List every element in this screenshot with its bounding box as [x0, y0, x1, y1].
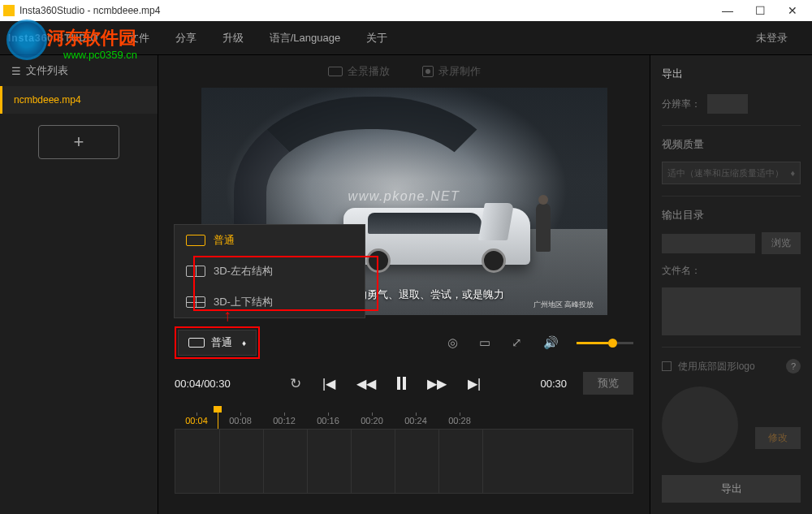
loop-button[interactable]: ↻ [290, 375, 301, 392]
modify-button[interactable]: 修改 [755, 427, 801, 449]
flat-view-icon[interactable]: ▭ [479, 335, 490, 350]
menu-about[interactable]: 关于 [366, 31, 387, 45]
preview-button[interactable]: 预览 [583, 372, 633, 395]
tb-icon [186, 296, 205, 308]
panorama-icon [328, 67, 343, 76]
filename-input[interactable] [662, 287, 801, 335]
menu-language[interactable]: 语言/Language [270, 31, 340, 45]
annotation-highlight-2: 普通 ♦ [175, 326, 260, 359]
timeline-tick[interactable]: 00:20 [350, 416, 394, 425]
sidebar: ☰ 文件列表 ncmbdeee.mp4 + [0, 55, 158, 514]
menu-upgrade[interactable]: 升级 [222, 31, 244, 45]
volume-slider[interactable] [577, 342, 633, 344]
playback-controls: 00:04/00:30 ↻ |◀ ◀◀ ▶▶ ▶| 00:30 预览 [158, 364, 650, 403]
timeline-tick[interactable]: 00:16 [306, 416, 350, 425]
maximize-button[interactable]: ☐ [744, 0, 776, 21]
checkbox-icon[interactable] [662, 361, 672, 371]
popup-item-3d-tb[interactable]: 3D-上下结构 [175, 287, 365, 317]
quality-label: 视频质量 [662, 137, 801, 152]
help-icon[interactable]: ? [786, 359, 801, 374]
video-preview-area: www.pkone.NET 哪怕下一秒的勇气、退取、尝试，或是魄力 广州地区 高… [158, 88, 650, 315]
record-icon [422, 66, 434, 77]
timeline-tick[interactable]: 00:24 [394, 416, 438, 425]
app-icon [3, 5, 15, 16]
duration-display: 00:30 [540, 378, 567, 390]
filename-label: 文件名： [662, 264, 701, 278]
next-frame-button[interactable]: ▶| [468, 376, 481, 391]
panorama-play-button[interactable]: 全景播放 [328, 64, 390, 79]
controls-row-1: 普通 ♦ ◎ ▭ ⤢ 🔊 [158, 315, 650, 364]
output-dir-input[interactable] [662, 234, 755, 253]
prev-frame-button[interactable]: |◀ [322, 376, 335, 391]
video-subtitle-right: 广州地区 高峰投放 [533, 300, 594, 310]
add-file-button[interactable]: + [38, 125, 119, 159]
window-titlebar: Insta360Studio - ncmbdeee.mp4 — ☐ ✕ [0, 0, 812, 21]
export-button[interactable]: 导出 [662, 475, 801, 503]
login-status[interactable]: 未登录 [756, 31, 788, 45]
menu-share[interactable]: 分享 [175, 31, 197, 45]
menu-bar: Insta360 STUDIO 文件 分享 升级 语言/Language 关于 … [0, 21, 812, 55]
popup-item-normal[interactable]: 普通 [175, 225, 365, 256]
volume-icon[interactable]: 🔊 [543, 335, 559, 350]
main-area: 全景播放 录屏制作 www.pkone.NET 哪怕下一秒的勇气、退取、尝试，或… [158, 55, 650, 514]
menu-file[interactable]: 文件 [128, 31, 149, 45]
timeline-tick[interactable]: 00:08 [218, 416, 262, 425]
time-display: 00:04/00:30 [175, 378, 231, 390]
chevron-down-icon: ♦ [790, 168, 795, 178]
timeline-tick[interactable]: 00:28 [438, 416, 482, 425]
chevron-updown-icon: ♦ [242, 339, 246, 348]
vr-icon[interactable]: ◎ [447, 335, 458, 350]
timeline[interactable]: 00:04 00:08 00:12 00:16 00:20 00:24 00:2… [158, 403, 650, 502]
rewind-button[interactable]: ◀◀ [356, 376, 376, 391]
timeline-track[interactable] [175, 429, 633, 494]
output-dir-label: 输出目录 [662, 208, 801, 222]
timeline-tick[interactable]: 00:04 [175, 416, 218, 425]
popup-item-3d-lr[interactable]: 3D-左右结构 [175, 256, 365, 287]
logo-checkbox-row[interactable]: 使用底部圆形logo ? [662, 359, 801, 374]
fullscreen-icon[interactable]: ⤢ [512, 335, 522, 350]
resolution-label: 分辨率： [662, 97, 701, 111]
export-title: 导出 [662, 67, 801, 81]
timeline-tick[interactable]: 00:12 [262, 416, 306, 425]
close-button[interactable]: ✕ [776, 0, 809, 21]
minimize-button[interactable]: — [711, 0, 744, 21]
playhead[interactable] [214, 406, 222, 412]
filelist-header: ☰ 文件列表 [0, 55, 158, 86]
view-mode-popup: 普通 3D-左右结构 3D-上下结构 ↑ [174, 224, 365, 318]
browse-button[interactable]: 浏览 [762, 232, 801, 254]
timeline-ruler[interactable]: 00:04 00:08 00:12 00:16 00:20 00:24 00:2… [175, 408, 633, 425]
logo-preview-circle [662, 387, 738, 463]
window-title: Insta360Studio - ncmbdeee.mp4 [19, 5, 160, 16]
quality-select[interactable]: 适中（速率和压缩质量适中） ♦ [662, 162, 801, 184]
video-watermark: www.pkone.NET [348, 189, 460, 204]
export-panel: 导出 分辨率： 视频质量 适中（速率和压缩质量适中） ♦ 输出目录 浏览 文件名… [650, 55, 812, 514]
pause-button[interactable] [397, 377, 406, 390]
screen-record-button[interactable]: 录屏制作 [422, 64, 481, 79]
mode-icon [188, 338, 205, 348]
view-toolbar: 全景播放 录屏制作 [158, 55, 650, 88]
normal-icon [186, 235, 205, 246]
list-icon: ☰ [11, 65, 21, 77]
forward-button[interactable]: ▶▶ [427, 376, 447, 391]
lr-icon [186, 266, 205, 277]
resolution-input[interactable] [707, 94, 748, 114]
app-logo: Insta360 STUDIO [8, 32, 99, 44]
view-mode-dropdown[interactable]: 普通 ♦ [178, 330, 257, 356]
file-item[interactable]: ncmbdeee.mp4 [0, 86, 158, 114]
